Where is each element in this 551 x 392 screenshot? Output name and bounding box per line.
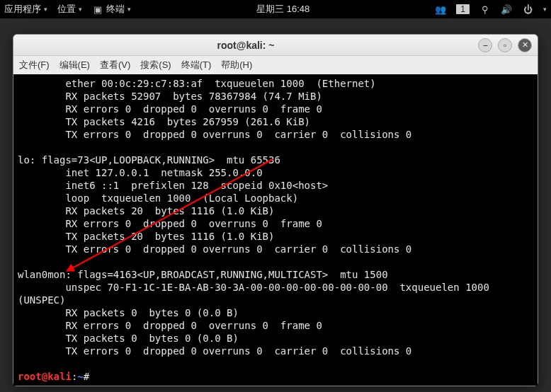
chevron-down-icon: ▾ bbox=[44, 6, 47, 13]
datetime[interactable]: 星期三 16:48 bbox=[256, 3, 309, 16]
power-icon[interactable]: ⏻ bbox=[522, 4, 533, 15]
window-title: root@kali: ~ bbox=[13, 40, 478, 51]
users-icon[interactable]: 👥 bbox=[435, 4, 446, 15]
menu-edit[interactable]: 编辑(E) bbox=[59, 59, 90, 71]
apps-menu[interactable]: 应用程序 ▾ bbox=[4, 3, 47, 16]
apps-menu-label: 应用程序 bbox=[4, 3, 41, 16]
maximize-button[interactable]: ▫ bbox=[498, 38, 512, 52]
active-app[interactable]: ▣ 终端 ▾ bbox=[92, 3, 131, 16]
terminal-icon: ▣ bbox=[92, 4, 103, 15]
window-titlebar[interactable]: root@kali: ~ ‒ ▫ ✕ bbox=[13, 35, 538, 56]
menu-search[interactable]: 搜索(S) bbox=[140, 59, 171, 71]
active-app-label: 终端 bbox=[106, 3, 125, 16]
desktop-top-panel: 应用程序 ▾ 位置 ▾ ▣ 终端 ▾ 星期三 16:48 👥 1 ⚲ 🔊 ⏻ ▾ bbox=[0, 0, 551, 18]
menu-terminal[interactable]: 终端(T) bbox=[181, 59, 212, 71]
chevron-down-icon: ▾ bbox=[127, 6, 131, 13]
workspace-indicator[interactable]: 1 bbox=[456, 4, 470, 14]
minimize-button[interactable]: ‒ bbox=[478, 38, 492, 52]
window-menubar: 文件(F) 编辑(E) 查看(V) 搜索(S) 终端(T) 帮助(H) bbox=[13, 56, 538, 74]
volume-icon[interactable]: 🔊 bbox=[501, 4, 512, 15]
menu-help[interactable]: 帮助(H) bbox=[221, 59, 252, 71]
terminal-window: root@kali: ~ ‒ ▫ ✕ 文件(F) 编辑(E) 查看(V) 搜索(… bbox=[13, 34, 538, 386]
close-button[interactable]: ✕ bbox=[518, 38, 532, 52]
datetime-label: 星期三 16:48 bbox=[256, 3, 309, 16]
terminal-content[interactable]: ether 00:0c:29:c7:83:af txqueuelen 1000 … bbox=[13, 74, 538, 386]
places-menu-label: 位置 bbox=[57, 3, 76, 16]
chevron-down-icon: ▾ bbox=[79, 6, 82, 13]
menu-file[interactable]: 文件(F) bbox=[19, 59, 50, 71]
bluetooth-icon[interactable]: ⚲ bbox=[479, 4, 491, 15]
menu-view[interactable]: 查看(V) bbox=[100, 59, 130, 71]
places-menu[interactable]: 位置 ▾ bbox=[57, 3, 82, 16]
chevron-down-icon: ▾ bbox=[543, 6, 547, 13]
